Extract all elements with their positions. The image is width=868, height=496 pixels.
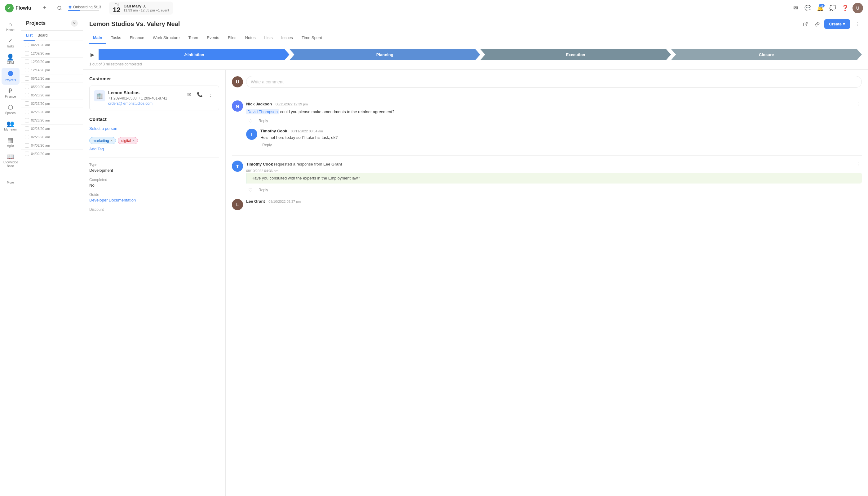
more-options-button[interactable]: ⋮ xyxy=(852,19,862,29)
calendar-event[interactable]: Fri 12 Call Mary J. 11:33 am - 12:33 pm … xyxy=(109,2,173,15)
row-date: 02/26/20 am xyxy=(31,135,50,139)
row-date: 02/26/20 am xyxy=(31,110,50,114)
list-item[interactable]: 12/09/20 am xyxy=(21,58,83,66)
mail-button[interactable]: ✉ xyxy=(790,3,801,13)
row-checkbox[interactable] xyxy=(25,118,29,122)
tab-issues[interactable]: Issues xyxy=(277,32,297,44)
comments-button[interactable]: 💭 xyxy=(828,3,838,13)
tab-lists[interactable]: Lists xyxy=(261,32,277,44)
comment-header-nick: Nick Jackson 08/11/2022 12:39 pm ⋮ xyxy=(246,100,862,108)
user-avatar[interactable]: U xyxy=(852,3,863,13)
reply-button-nick[interactable]: Reply xyxy=(257,118,270,124)
row-checkbox[interactable] xyxy=(25,152,29,156)
list-item[interactable]: 02/26/20 am xyxy=(21,108,83,116)
row-checkbox[interactable] xyxy=(25,51,29,56)
project-list: 04/21/20 am 12/09/20 am 12/09/20 am 12/1… xyxy=(21,41,83,496)
stage-execution[interactable]: Execution xyxy=(480,49,671,60)
tab-finance[interactable]: Finance xyxy=(126,32,148,44)
list-item[interactable]: 04/02/20 am xyxy=(21,150,83,158)
row-checkbox[interactable] xyxy=(25,135,29,139)
tab-team[interactable]: Team xyxy=(185,32,202,44)
tab-board[interactable]: Board xyxy=(35,31,50,41)
list-item[interactable]: 12/14/20 pm xyxy=(21,66,83,74)
onboarding-bar[interactable]: Onboarding 5/13 xyxy=(68,5,105,11)
type-label: Type xyxy=(89,163,219,167)
search-button[interactable] xyxy=(55,3,64,13)
response-actions: ♡ Reply xyxy=(246,186,862,194)
sidebar-item-knowledge[interactable]: 📖 Knowledge Base xyxy=(2,151,19,170)
comment-more-button[interactable]: ⋮ xyxy=(854,100,862,108)
row-checkbox[interactable] xyxy=(25,110,29,114)
list-item[interactable]: 05/13/20 am xyxy=(21,74,83,83)
row-checkbox[interactable] xyxy=(25,93,29,97)
stage-initiation[interactable]: ⚠ Initiation xyxy=(98,49,290,60)
call-action-button[interactable]: 📞 xyxy=(195,90,204,99)
list-item[interactable]: 02/26/20 am xyxy=(21,125,83,133)
select-person-button[interactable]: Select a person xyxy=(89,126,117,131)
row-checkbox[interactable] xyxy=(25,76,29,81)
sidebar-item-more[interactable]: ⋯ More xyxy=(2,171,19,187)
more-action-button[interactable]: ⋮ xyxy=(206,90,215,99)
sidebar-item-myteam[interactable]: 👥 My Team xyxy=(2,118,19,134)
tab-list[interactable]: List xyxy=(24,31,35,41)
list-item[interactable]: 12/09/20 am xyxy=(21,49,83,58)
tab-tasks[interactable]: Tasks xyxy=(107,32,125,44)
sidebar-item-home[interactable]: ⌂ Home xyxy=(2,19,19,34)
sidebar-item-finance[interactable]: ₽ Finance xyxy=(2,85,19,101)
list-item[interactable]: 05/20/20 am xyxy=(21,83,83,91)
tab-events[interactable]: Events xyxy=(203,32,223,44)
response-more-button[interactable]: ⋮ xyxy=(854,160,862,168)
help-button[interactable]: ❓ xyxy=(840,3,850,13)
remove-tag-digital[interactable]: × xyxy=(133,138,135,143)
close-panel-button[interactable]: ✕ xyxy=(71,20,78,27)
comment-input[interactable]: Write a comment xyxy=(246,76,862,88)
list-item[interactable]: 05/20/20 am xyxy=(21,91,83,99)
tag-digital[interactable]: digital × xyxy=(118,137,138,144)
tab-time-spent[interactable]: Time Spent xyxy=(298,32,326,44)
list-item[interactable]: 02/27/20 pm xyxy=(21,99,83,108)
row-date: 02/27/20 pm xyxy=(31,102,50,105)
email-action-button[interactable]: ✉ xyxy=(185,90,193,99)
like-button-nick[interactable]: ♡ xyxy=(246,117,254,125)
row-checkbox[interactable] xyxy=(25,43,29,47)
reply-button-response[interactable]: Reply xyxy=(257,187,270,193)
stage-planning[interactable]: Planning xyxy=(290,49,480,60)
sidebar-item-projects[interactable]: Projects xyxy=(2,68,19,84)
stage-closure[interactable]: Closure xyxy=(671,49,862,60)
row-checkbox[interactable] xyxy=(25,143,29,148)
reply-button-timothy-1[interactable]: Reply xyxy=(260,142,274,148)
customer-email[interactable]: orders@lemonstudios.com xyxy=(108,102,167,106)
mention-david[interactable]: David Thompson xyxy=(246,109,279,114)
row-checkbox[interactable] xyxy=(25,68,29,72)
list-item[interactable]: 04/02/20 am xyxy=(21,141,83,150)
sidebar-item-tasks[interactable]: ✓ Tasks xyxy=(2,35,19,51)
notifications-button[interactable]: 🔔 13 xyxy=(815,3,825,13)
create-button[interactable]: Create ▾ xyxy=(824,19,850,29)
list-item[interactable]: 04/21/20 am xyxy=(21,41,83,49)
row-checkbox[interactable] xyxy=(25,102,29,106)
row-checkbox[interactable] xyxy=(25,84,29,89)
sidebar-item-agile[interactable]: ▦ Agile xyxy=(2,135,19,150)
remove-tag-marketing[interactable]: × xyxy=(110,138,113,143)
guide-link[interactable]: Developer Documentation xyxy=(89,198,219,202)
list-item[interactable]: 02/26/20 am xyxy=(21,133,83,141)
row-checkbox[interactable] xyxy=(25,126,29,131)
list-item[interactable]: 02/26/20 am xyxy=(21,116,83,125)
like-button-response[interactable]: ♡ xyxy=(246,186,254,194)
link-button[interactable] xyxy=(812,19,822,29)
external-link-button[interactable] xyxy=(801,19,810,29)
sidebar-item-crm[interactable]: 👤 CRM xyxy=(2,51,19,67)
logo[interactable]: ✓ Flowlu xyxy=(5,4,36,12)
sidebar-item-spaces[interactable]: ⬡ Spaces xyxy=(2,102,19,118)
tab-main[interactable]: Main xyxy=(89,32,106,44)
workflow-expand-button[interactable]: ▶ xyxy=(89,50,95,59)
chat-button[interactable]: 💬 xyxy=(803,3,813,13)
tab-work-structure[interactable]: Work Structure xyxy=(149,32,183,44)
tag-marketing[interactable]: marketing × xyxy=(89,137,116,144)
tab-notes[interactable]: Notes xyxy=(242,32,260,44)
tab-files[interactable]: Files xyxy=(224,32,240,44)
add-tag-button[interactable]: Add Tag xyxy=(89,146,104,151)
tag-label: digital xyxy=(121,139,131,143)
row-checkbox[interactable] xyxy=(25,60,29,64)
add-button[interactable]: + xyxy=(40,3,50,13)
